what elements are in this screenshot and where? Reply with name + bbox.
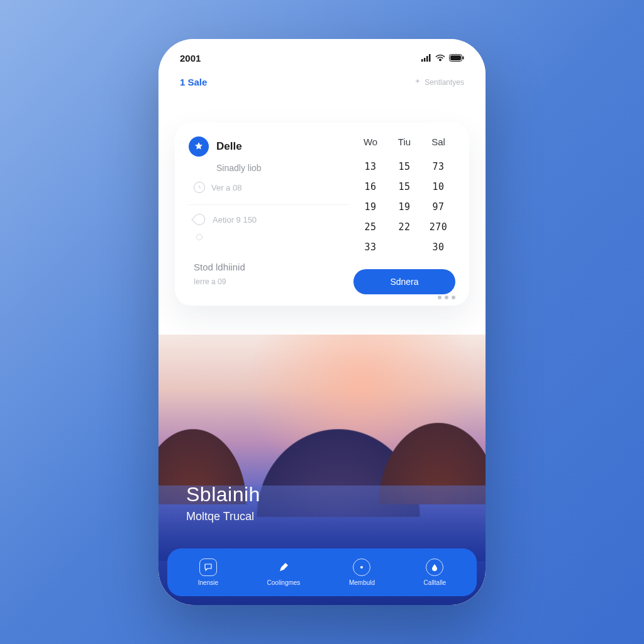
- scenic-title: Sblainih: [186, 483, 260, 506]
- nav-item-0[interactable]: Inensie: [198, 558, 218, 586]
- primary-action-button[interactable]: Sdnera: [353, 269, 455, 294]
- nav-label: Inensie: [198, 579, 218, 586]
- cal-cell[interactable]: 19: [353, 201, 387, 213]
- loop-icon: [191, 211, 207, 227]
- card-stod-title: Stod ldhiinid: [194, 262, 348, 272]
- svg-rect-3: [429, 54, 431, 62]
- cal-cell[interactable]: 25: [353, 221, 387, 233]
- calendar-grid: Wo Tiu Sal 13 15 73 16 15 10 19 19 9: [353, 136, 455, 294]
- cal-cell[interactable]: 30: [421, 242, 455, 253]
- chat-icon: [199, 558, 217, 576]
- card-ver-label: Ver a 08: [211, 183, 242, 192]
- scenic-heading: Sblainih Moltqe Trucal: [186, 483, 260, 523]
- cal-cell[interactable]: 73: [421, 161, 455, 172]
- cal-cell[interactable]: 15: [387, 161, 421, 172]
- header-left-label[interactable]: 1 Sale: [180, 77, 207, 87]
- nav-item-1[interactable]: Coolingmes: [267, 558, 301, 586]
- nav-item-3[interactable]: Calltalle: [424, 558, 447, 586]
- header-right[interactable]: Sentlantyes: [414, 78, 464, 87]
- card-ver-row: Ver a 08: [194, 182, 348, 193]
- small-circle-icon: [196, 234, 203, 240]
- card-aetior-label: Aetior 9 150: [213, 215, 257, 225]
- pagination-dots[interactable]: [438, 296, 455, 299]
- card-stod-sub: Ierre a 09: [194, 277, 348, 286]
- scenic-subtitle: Moltqe Trucal: [186, 510, 260, 523]
- dot-icon: [438, 296, 441, 299]
- cal-cell[interactable]: [387, 242, 421, 253]
- pencil-icon: [275, 558, 292, 576]
- card-title: Delle: [216, 140, 242, 153]
- header-right-label: Sentlantyes: [425, 78, 464, 87]
- divider: [189, 204, 348, 205]
- svg-rect-2: [426, 56, 428, 62]
- sparkle-icon: [414, 79, 421, 86]
- cal-cell[interactable]: 15: [387, 181, 421, 192]
- cal-head-0: Wo: [353, 136, 387, 147]
- svg-point-7: [360, 566, 363, 569]
- cal-head-2: Sal: [421, 136, 455, 147]
- cal-cell[interactable]: 33: [353, 242, 387, 253]
- nav-label: Calltalle: [424, 579, 447, 586]
- cal-cell[interactable]: 19: [387, 201, 421, 213]
- nav-item-2[interactable]: Membuld: [349, 558, 375, 586]
- cal-cell[interactable]: 270: [421, 221, 455, 233]
- cal-cell[interactable]: 22: [387, 221, 421, 233]
- drop-icon: [426, 558, 443, 576]
- card-subtitle: Sinadly liob: [216, 163, 348, 173]
- clock-icon: [194, 182, 205, 193]
- page-header: 1 Sale Sentlantyes: [158, 68, 486, 87]
- star-badge-icon: [189, 136, 209, 157]
- status-indicators: [421, 54, 464, 62]
- schedule-card: Delle Sinadly liob Ver a 08 Aetior 9 150…: [175, 123, 469, 306]
- svg-rect-0: [421, 59, 423, 62]
- wifi-icon: [435, 54, 445, 62]
- svg-rect-6: [463, 57, 464, 60]
- card-aetior-row: Aetior 9 150: [189, 214, 348, 225]
- info-icon: [353, 558, 370, 576]
- cellular-icon: [421, 54, 431, 62]
- status-time: 2001: [180, 53, 201, 64]
- cal-cell[interactable]: 97: [421, 201, 455, 213]
- dot-icon: [445, 296, 448, 299]
- bottom-nav: Inensie Coolingmes Membuld Calltalle: [167, 548, 477, 596]
- cal-head-1: Tiu: [387, 136, 421, 147]
- cal-cell[interactable]: 16: [353, 181, 387, 192]
- battery-icon: [449, 54, 464, 62]
- svg-rect-5: [450, 55, 461, 60]
- nav-label: Membuld: [349, 579, 375, 586]
- cal-cell[interactable]: 13: [353, 161, 387, 172]
- nav-label: Coolingmes: [267, 579, 301, 586]
- cal-cell[interactable]: 10: [421, 181, 455, 192]
- status-bar: 2001: [158, 39, 486, 68]
- phone-frame: 2001 1 Sale Sentlantyes Delle Sinadly l: [158, 39, 486, 605]
- dot-icon: [452, 296, 455, 299]
- svg-rect-1: [424, 58, 426, 62]
